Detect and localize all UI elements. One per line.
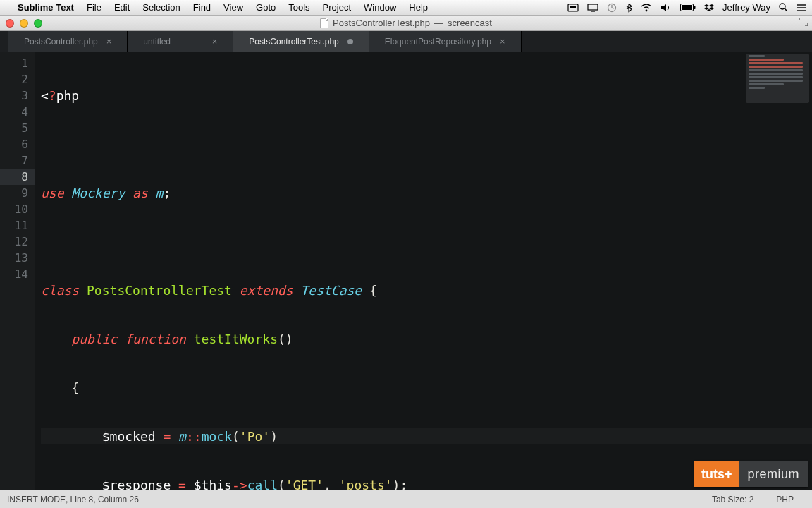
code-area[interactable]: <?php use Mockery as m; class PostsContr… bbox=[35, 52, 812, 490]
line-number: 3 bbox=[0, 87, 35, 104]
window-titlebar: PostsControllerTest.php — screencast bbox=[0, 16, 812, 31]
menu-window[interactable]: Window bbox=[357, 2, 402, 13]
menubar-bluetooth-icon[interactable] bbox=[625, 3, 632, 13]
menubar-volume-icon[interactable] bbox=[660, 4, 672, 12]
window-title-sep: — bbox=[434, 18, 443, 28]
line-number: 8 bbox=[0, 169, 35, 185]
line-number: 14 bbox=[0, 266, 35, 282]
minimap[interactable] bbox=[746, 54, 809, 103]
line-number-gutter: 1 2 3 4 5 6 7 8 9 10 11 12 13 14 bbox=[0, 52, 35, 490]
menubar-battery-icon[interactable] bbox=[680, 4, 696, 11]
menubar-timemachine-icon[interactable] bbox=[607, 3, 617, 13]
tab-postscontroller[interactable]: PostsController.php × bbox=[8, 31, 128, 52]
line-number: 12 bbox=[0, 234, 35, 250]
svg-point-5 bbox=[646, 9, 648, 11]
line-number: 7 bbox=[0, 152, 35, 169]
window-zoom-button[interactable] bbox=[34, 19, 42, 28]
menu-help[interactable]: Help bbox=[402, 2, 434, 13]
code-line: use Mockery as m; bbox=[41, 185, 812, 201]
badge-brand: tuts+ bbox=[694, 461, 739, 487]
menu-file[interactable]: File bbox=[80, 2, 108, 13]
window-minimize-button[interactable] bbox=[20, 19, 28, 28]
menu-view[interactable]: View bbox=[217, 2, 250, 13]
menubar-tablet-icon[interactable] bbox=[567, 4, 579, 12]
line-number: 10 bbox=[0, 201, 35, 217]
menubar-spotlight-icon[interactable] bbox=[779, 3, 788, 12]
code-line bbox=[41, 136, 812, 152]
code-line: class PostsControllerTest extends TestCa… bbox=[41, 282, 812, 298]
line-number: 4 bbox=[0, 104, 35, 120]
tab-bar: PostsController.php × untitled × PostsCo… bbox=[0, 31, 812, 52]
menubar-user[interactable]: Jeffrey Way bbox=[722, 2, 770, 13]
menu-tools[interactable]: Tools bbox=[282, 2, 316, 13]
menubar-display-icon[interactable] bbox=[587, 4, 598, 12]
code-line: $mocked = m::mock('Po') bbox=[41, 428, 812, 445]
line-number: 2 bbox=[0, 71, 35, 87]
tab-close-icon[interactable]: × bbox=[212, 36, 218, 47]
tab-dirty-indicator-icon bbox=[347, 39, 353, 44]
menubar-wifi-icon[interactable] bbox=[641, 4, 652, 12]
app-name[interactable]: Sublime Text bbox=[11, 2, 80, 13]
tab-postscontrollertest[interactable]: PostsControllerTest.php bbox=[233, 31, 369, 52]
window-close-button[interactable] bbox=[6, 19, 14, 28]
menu-selection[interactable]: Selection bbox=[136, 2, 186, 13]
status-bar: INSERT MODE, Line 8, Column 26 Tab Size:… bbox=[0, 490, 812, 508]
line-number: 6 bbox=[0, 136, 35, 152]
tab-label: EloquentPostRepository.php bbox=[385, 37, 491, 47]
line-number: 9 bbox=[0, 185, 35, 201]
tab-untitled[interactable]: untitled × bbox=[128, 31, 233, 52]
badge-tier: premium bbox=[739, 461, 808, 487]
editor[interactable]: 1 2 3 4 5 6 7 8 9 10 11 12 13 14 <?php u… bbox=[0, 52, 812, 490]
tab-label: PostsControllerTest.php bbox=[249, 37, 338, 47]
menubar-dropbox-icon[interactable] bbox=[704, 4, 714, 12]
status-syntax[interactable]: PHP bbox=[765, 495, 805, 504]
line-number: 5 bbox=[0, 120, 35, 136]
menubar-notification-icon[interactable] bbox=[796, 4, 806, 12]
code-line: <?php bbox=[41, 87, 812, 104]
macos-menubar: Sublime Text File Edit Selection Find Vi… bbox=[0, 0, 812, 16]
code-line: public function testItWorks() bbox=[41, 331, 812, 347]
svg-line-10 bbox=[785, 8, 787, 11]
svg-rect-2 bbox=[588, 4, 598, 10]
window-title-project: screencast bbox=[448, 18, 492, 28]
tab-eloquentpostrepository[interactable]: EloquentPostRepository.php × bbox=[369, 31, 522, 52]
svg-rect-1 bbox=[570, 6, 576, 8]
code-line: { bbox=[41, 380, 812, 396]
file-icon bbox=[320, 18, 328, 28]
menu-project[interactable]: Project bbox=[316, 2, 357, 13]
tab-label: PostsController.php bbox=[24, 37, 98, 47]
menu-find[interactable]: Find bbox=[187, 2, 217, 13]
window-title-filename: PostsControllerTest.php bbox=[333, 18, 430, 28]
status-tab-size[interactable]: Tab Size: 2 bbox=[701, 495, 765, 504]
fullscreen-toggle-icon[interactable] bbox=[799, 18, 808, 28]
menu-goto[interactable]: Goto bbox=[250, 2, 282, 13]
tab-close-icon[interactable]: × bbox=[500, 36, 505, 47]
status-mode-position: INSERT MODE, Line 8, Column 26 bbox=[7, 495, 139, 504]
line-number: 13 bbox=[0, 250, 35, 266]
svg-rect-7 bbox=[682, 5, 692, 10]
menu-edit[interactable]: Edit bbox=[108, 2, 136, 13]
svg-point-9 bbox=[780, 4, 785, 9]
tab-label: untitled bbox=[143, 37, 203, 47]
line-number: 1 bbox=[0, 55, 35, 71]
svg-rect-8 bbox=[694, 6, 696, 9]
tutsplus-badge: tuts+ premium bbox=[694, 461, 808, 487]
code-line bbox=[41, 234, 812, 250]
line-number: 11 bbox=[0, 217, 35, 234]
tab-close-icon[interactable]: × bbox=[106, 36, 112, 47]
